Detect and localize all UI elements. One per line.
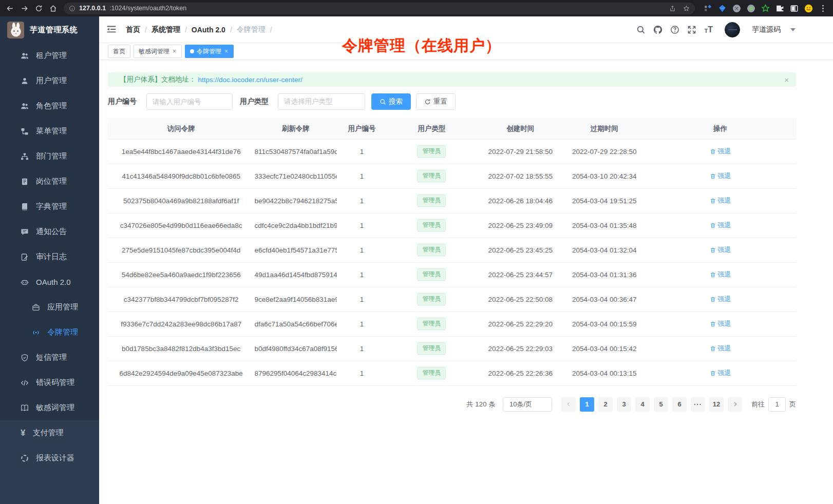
profile-avatar[interactable] — [804, 4, 813, 13]
share-icon[interactable] — [669, 5, 676, 12]
page-button[interactable]: 1 — [580, 397, 594, 412]
doc-link[interactable]: https://doc.iocoder.cn/user-center/ — [198, 76, 302, 84]
refresh-token-cell: e6cfd40eb1f54571a31e775e039c4624 — [254, 238, 337, 262]
extension-gray-circle-icon[interactable] — [732, 4, 742, 13]
breadcrumb-item[interactable]: OAuth 2.0 — [192, 26, 225, 34]
extensions-puzzle-icon[interactable] — [775, 4, 785, 13]
user-type-select[interactable]: 请选择用户类型 — [278, 93, 365, 110]
force-logout-button[interactable]: 强退 — [710, 319, 731, 328]
forward-icon[interactable] — [17, 2, 31, 15]
sidebar-item[interactable]: 报表设计器 — [0, 445, 99, 471]
table-row: 41c41346a548490f9dc8b01c6bfe0865 333ecfc… — [108, 164, 796, 188]
token-icon — [32, 328, 40, 337]
sidebar-item[interactable]: 部门管理 — [0, 144, 99, 169]
report-icon — [21, 454, 29, 462]
breadcrumb-separator: / — [270, 26, 272, 34]
home-icon[interactable] — [46, 2, 60, 15]
username[interactable]: 芋道源码 — [752, 25, 781, 34]
info-icon[interactable] — [69, 5, 75, 12]
page-button[interactable]: 4 — [635, 397, 650, 412]
breadcrumb-item[interactable]: 系统管理 — [152, 25, 180, 34]
reset-button[interactable]: 重置 — [416, 93, 456, 110]
page-button[interactable]: 3 — [617, 397, 631, 412]
doc-alert: 【用户体系】文档地址： https://doc.iocoder.cn/user-… — [108, 72, 796, 87]
force-logout-button[interactable]: 强退 — [710, 147, 731, 156]
fullscreen-icon[interactable] — [687, 25, 696, 34]
user-avatar[interactable] — [725, 22, 740, 37]
next-page-button[interactable] — [728, 397, 742, 412]
extension-gem-icon[interactable] — [717, 4, 727, 13]
force-logout-button[interactable]: 强退 — [710, 295, 731, 304]
sidebar-item-label: 租户管理 — [36, 51, 67, 61]
extension-tiles-icon[interactable] — [703, 4, 713, 13]
user-type-badge: 管理员 — [417, 170, 446, 182]
breadcrumb-item[interactable]: 首页 — [126, 25, 140, 34]
force-logout-button[interactable]: 强退 — [710, 369, 731, 378]
close-icon[interactable]: × — [224, 48, 229, 54]
search-icon[interactable] — [636, 25, 646, 34]
force-logout-button[interactable]: 强退 — [710, 171, 731, 181]
sidebar-item[interactable]: 应用管理 — [0, 295, 99, 320]
side-panel-icon[interactable] — [789, 4, 799, 13]
expires-cell: 2054-03-04 01:35:48 — [564, 213, 645, 238]
page-button[interactable]: ··· — [691, 397, 705, 412]
sidebar-item[interactable]: ¥ 支付管理 — [0, 420, 99, 445]
sidebar-item[interactable]: 短信管理 — [0, 345, 99, 370]
created-cell: 2022-06-25 22:26:36 — [477, 361, 564, 385]
reload-icon[interactable] — [32, 2, 45, 15]
sidebar-item[interactable]: 审计日志 — [0, 244, 99, 269]
expires-cell: 2054-03-04 00:36:47 — [564, 287, 645, 312]
sidebar-item[interactable]: OAuth 2.0 — [0, 269, 99, 295]
page-size-select[interactable]: 10条/页 — [503, 397, 552, 412]
sidebar-item[interactable]: 角色管理 — [0, 93, 99, 119]
sidebar-item[interactable]: 通知公告 — [0, 219, 99, 244]
sidebar-item[interactable]: 租户管理 — [0, 43, 99, 68]
page-content: 【用户体系】文档地址： https://doc.iocoder.cn/user-… — [99, 60, 833, 504]
force-logout-button[interactable]: 强退 — [710, 344, 731, 353]
prev-page-button[interactable] — [561, 397, 576, 412]
user-type-badge: 管理员 — [417, 318, 446, 330]
total-count: 共 120 条 — [466, 400, 496, 409]
extension-green-star-icon[interactable] — [761, 4, 770, 13]
bookmark-star-icon[interactable] — [683, 5, 690, 12]
search-button[interactable]: 搜索 — [371, 93, 411, 110]
sidebar-item-label: 错误码管理 — [36, 378, 74, 387]
sidebar-item[interactable]: 敏感词管理 — [0, 395, 99, 420]
user-id-input[interactable] — [146, 93, 233, 110]
page-button[interactable]: 6 — [672, 397, 687, 412]
sidebar-item-label: 应用管理 — [47, 302, 78, 312]
view-tab[interactable]: 首页 — [108, 45, 130, 58]
close-icon[interactable]: × — [784, 75, 789, 84]
force-logout-button[interactable]: 强退 — [710, 221, 731, 230]
page-jump-input[interactable] — [768, 397, 786, 412]
sidebar-item[interactable]: 错误码管理 — [0, 370, 99, 395]
address-bar[interactable]: 127.0.0.1 :1024/system/oauth2/token — [64, 3, 695, 14]
page-button[interactable]: 5 — [654, 397, 668, 412]
force-logout-button[interactable]: 强退 — [710, 245, 731, 255]
sidebar-item[interactable]: 令牌管理 — [0, 320, 99, 345]
sidebar-item[interactable]: 岗位管理 — [0, 169, 99, 194]
trash-icon — [710, 296, 716, 303]
view-tab[interactable]: 敏感词管理 × — [134, 45, 182, 58]
post-icon — [21, 178, 29, 186]
force-logout-button[interactable]: 强退 — [710, 270, 731, 279]
force-logout-button[interactable]: 强退 — [710, 196, 731, 205]
view-tab[interactable]: 令牌管理 × — [185, 45, 234, 58]
expires-cell: 2054-03-04 01:32:04 — [564, 238, 645, 262]
refresh-token-cell: be90422b8c7946218275a508bf524fc9 — [254, 188, 337, 213]
sidebar-item[interactable]: 菜单管理 — [0, 119, 99, 144]
expires-cell: 2054-03-04 01:31:36 — [564, 262, 645, 287]
back-icon[interactable] — [3, 2, 16, 15]
caret-down-icon[interactable] — [790, 28, 796, 31]
sidebar-item[interactable]: 字典管理 — [0, 194, 99, 219]
sidebar-collapse-icon[interactable] — [106, 24, 118, 35]
extension-green-dot-icon[interactable] — [746, 4, 756, 13]
page-button[interactable]: 2 — [598, 397, 613, 412]
sidebar-item[interactable]: 用户管理 — [0, 68, 99, 93]
page-button[interactable]: 12 — [709, 397, 724, 412]
close-icon[interactable]: × — [172, 48, 177, 54]
help-icon[interactable] — [670, 25, 679, 34]
browser-menu-icon[interactable] — [818, 4, 828, 13]
font-size-icon[interactable]: TT — [704, 26, 713, 34]
github-icon[interactable] — [653, 25, 662, 34]
